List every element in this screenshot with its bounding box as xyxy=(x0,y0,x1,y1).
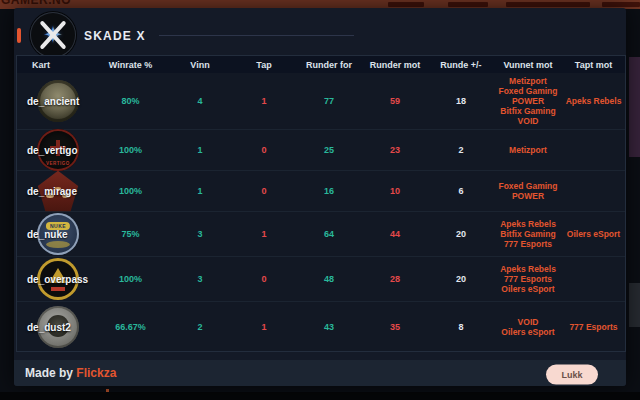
team-name: Metizport xyxy=(494,76,562,86)
cell-tap: 0 xyxy=(232,274,296,284)
cell-tap: 1 xyxy=(232,322,296,332)
cell-winrate: 80% xyxy=(93,96,168,106)
cell-winrate: 100% xyxy=(93,145,168,155)
table-row-de_nuke: de_nuke75%31644420Apeks RebelsBitfix Gam… xyxy=(17,211,625,256)
team-name: Metizport xyxy=(494,145,562,155)
cell-runde-diff: 20 xyxy=(428,229,494,239)
credit-prefix: Made by xyxy=(25,366,76,380)
team-name: Oilers eSport xyxy=(494,284,562,294)
cell-tap: 1 xyxy=(232,229,296,239)
modal-title: SKADE X xyxy=(84,29,146,43)
cell-vunnet-mot: VOIDOilers eSport xyxy=(494,314,562,340)
cell-winrate: 66.67% xyxy=(93,322,168,332)
map-name: de_vertigo xyxy=(27,145,78,156)
cell-runde-diff: 18 xyxy=(428,96,494,106)
cell-vinn: 1 xyxy=(168,145,232,155)
column-header-vinn: Vinn xyxy=(168,60,232,70)
cell-tap: 0 xyxy=(232,186,296,196)
cell-vinn: 1 xyxy=(168,186,232,196)
cell-tap: 0 xyxy=(232,145,296,155)
cell-runde-diff: 20 xyxy=(428,274,494,284)
cell-vunnet-mot: Foxed GamingPOWER xyxy=(494,178,562,204)
background-nav-item xyxy=(602,2,640,7)
cell-kart: de_nuke xyxy=(17,212,93,256)
close-button[interactable]: Lukk xyxy=(546,365,598,385)
team-name: Apeks Rebels xyxy=(494,219,562,229)
column-header-tapt-mot: Tapt mot xyxy=(562,60,625,70)
cell-runde-diff: 8 xyxy=(428,322,494,332)
background-nav-item xyxy=(506,2,590,7)
team-name: Foxed Gaming xyxy=(494,181,562,191)
table-body: de_ancient80%41775918MetizportFoxed Gami… xyxy=(17,73,625,351)
team-name: VOID xyxy=(494,116,562,126)
column-header-runder-for: Runder for xyxy=(296,60,362,70)
team-name: 777 Esports xyxy=(562,322,625,332)
cell-tap: 1 xyxy=(232,96,296,106)
cell-vinn: 3 xyxy=(168,229,232,239)
column-header-tap: Tap xyxy=(232,60,296,70)
column-header-winrate: Winrate % xyxy=(93,60,168,70)
column-header-runder-mot: Runder mot xyxy=(362,60,428,70)
background-page-fragment xyxy=(629,283,640,327)
cell-runder-mot: 28 xyxy=(362,274,428,284)
cell-kart: de_ancient xyxy=(17,73,93,129)
background-bottom-strip xyxy=(0,392,640,400)
map-name: de_overpass xyxy=(27,274,88,285)
cell-tapt-mot xyxy=(562,188,625,194)
team-name: Oilers eSport xyxy=(494,327,562,337)
team-name: POWER xyxy=(494,191,562,201)
team-name: Foxed Gaming xyxy=(494,86,562,96)
background-nav-item xyxy=(388,2,424,7)
background-page-fragment xyxy=(629,57,640,157)
team-logo-icon: ✦ xyxy=(30,12,76,58)
accent-bar xyxy=(17,28,21,43)
map-stats-table: KartWinrate %VinnTapRunder forRunder mot… xyxy=(16,55,626,352)
table-row-de_dust2: de_dust266.67%2143358VOIDOilers eSport77… xyxy=(17,301,625,351)
cell-runder-for: 25 xyxy=(296,145,362,155)
map-name: de_mirage xyxy=(27,186,77,197)
table-row-de_overpass: de_overpass100%30482820Apeks Rebels777 E… xyxy=(17,256,625,301)
cell-runder-for: 64 xyxy=(296,229,362,239)
cell-vunnet-mot: Metizport xyxy=(494,142,562,158)
background-nav-item xyxy=(448,2,488,7)
map-name: de_dust2 xyxy=(27,321,71,332)
cell-vinn: 2 xyxy=(168,322,232,332)
table-row-de_ancient: de_ancient80%41775918MetizportFoxed Gami… xyxy=(17,73,625,129)
table-row-de_vertigo: de_vertigo100%1025232Metizport xyxy=(17,129,625,170)
cell-kart: de_vertigo xyxy=(17,130,93,170)
cell-winrate: 100% xyxy=(93,186,168,196)
team-name: Apeks Rebels xyxy=(494,264,562,274)
modal-footer: Made by Flickza Lukk xyxy=(14,360,626,386)
cell-kart: de_overpass xyxy=(17,257,93,301)
cell-vinn: 3 xyxy=(168,274,232,284)
team-name: VOID xyxy=(494,317,562,327)
cell-runder-mot: 59 xyxy=(362,96,428,106)
cell-kart: de_mirage xyxy=(17,171,93,211)
cell-tapt-mot xyxy=(562,276,625,282)
cell-runde-diff: 2 xyxy=(428,145,494,155)
team-name: Oilers eSport xyxy=(562,229,625,239)
table-row-de_mirage: de_mirage100%1016106Foxed GamingPOWER xyxy=(17,170,625,211)
cell-kart: de_dust2 xyxy=(17,302,93,351)
team-name: Bitfix Gaming xyxy=(494,229,562,239)
table-header-row: KartWinrate %VinnTapRunder forRunder mot… xyxy=(17,56,625,73)
team-name: 777 Esports xyxy=(494,274,562,284)
cell-vinn: 4 xyxy=(168,96,232,106)
cell-runde-diff: 6 xyxy=(428,186,494,196)
team-name: 777 Esports xyxy=(494,239,562,249)
cell-tapt-mot: Oilers eSport xyxy=(562,226,625,242)
cell-runder-mot: 23 xyxy=(362,145,428,155)
cell-runder-for: 43 xyxy=(296,322,362,332)
column-header-vunnet-mot: Vunnet mot xyxy=(494,60,562,70)
credit-author: Flickza xyxy=(76,366,116,380)
team-name: Bitfix Gaming xyxy=(494,106,562,116)
column-header-runde: Runde +/- xyxy=(428,60,494,70)
cell-runder-for: 48 xyxy=(296,274,362,284)
cell-tapt-mot: 777 Esports xyxy=(562,319,625,335)
column-header-kart: Kart xyxy=(17,60,93,70)
title-divider xyxy=(159,35,354,36)
team-name: Apeks Rebels xyxy=(562,96,625,106)
cell-vunnet-mot: Apeks RebelsBitfix Gaming777 Esports xyxy=(494,216,562,252)
team-stats-modal: ✦ SKADE X KartWinrate %VinnTapRunder for… xyxy=(14,8,626,386)
cell-runder-mot: 10 xyxy=(362,186,428,196)
